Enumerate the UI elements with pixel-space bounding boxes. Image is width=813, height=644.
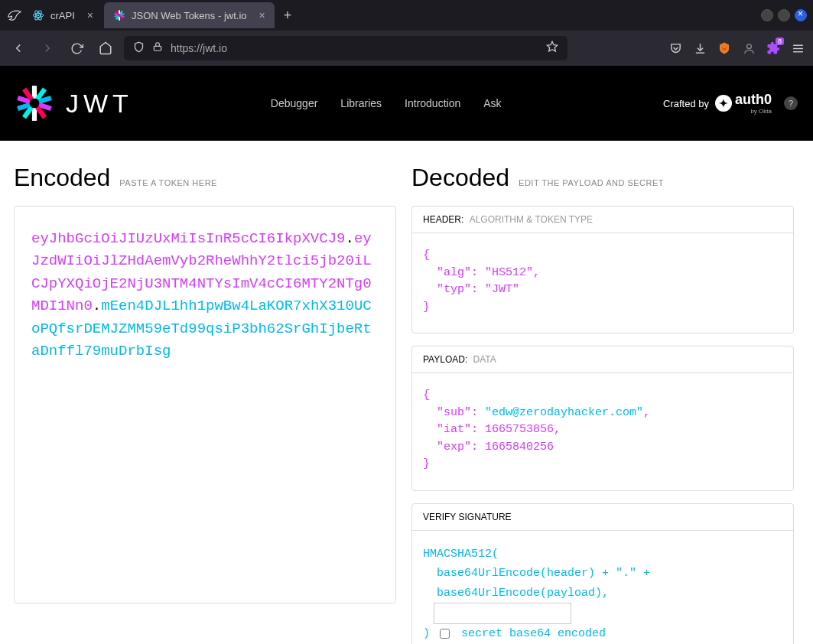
- lock-icon[interactable]: [152, 41, 163, 55]
- auth0-text: auth0: [735, 92, 772, 108]
- pocket-icon[interactable]: [668, 41, 683, 56]
- decoded-header-section: HEADER: ALGORITHM & TOKEN TYPE { "alg": …: [411, 206, 794, 333]
- svg-rect-16: [32, 108, 37, 121]
- url-bar[interactable]: https://jwt.io: [124, 36, 567, 60]
- url-text: https://jwt.io: [171, 42, 538, 54]
- secret-input[interactable]: [434, 603, 571, 624]
- jwt-logo[interactable]: JWT: [15, 84, 133, 122]
- decoded-payload-body[interactable]: { "sub": "edw@zerodayhacker.com", "iat":…: [412, 373, 793, 490]
- sig-close: ): [423, 627, 430, 640]
- decoded-hint: EDIT THE PAYLOAD AND SECRET: [519, 178, 664, 187]
- sig-line1: HMACSHA512(: [423, 545, 782, 564]
- minimize-button[interactable]: [761, 9, 773, 21]
- nav-libraries[interactable]: Libraries: [340, 97, 382, 109]
- extension-badge: 8: [776, 37, 784, 45]
- secret-base64-checkbox[interactable]: [440, 629, 450, 639]
- decoded-signature-section: VERIFY SIGNATURE HMACSHA512( base64UrlEn…: [411, 503, 794, 645]
- by-okta-text: by Okta: [735, 108, 772, 115]
- forward-button[interactable]: [37, 37, 58, 59]
- decoded-header-label: HEADER: ALGORITHM & TOKEN TYPE: [412, 207, 793, 233]
- bookmark-star-icon[interactable]: [546, 41, 558, 56]
- svg-point-3: [37, 15, 39, 16]
- back-button[interactable]: [8, 37, 29, 59]
- tab-jwt[interactable]: JSON Web Tokens - jwt.io ×: [104, 2, 275, 28]
- main-content: Encoded PASTE A TOKEN HERE eyJhbGciOiJIU…: [0, 141, 813, 644]
- auth0-icon: ✦: [715, 95, 732, 112]
- close-icon[interactable]: ×: [259, 9, 265, 21]
- token-header-part: eyJhbGciOiJIUzUxMiIsInR5cCI6IkpXVCJ9: [31, 230, 345, 247]
- encoded-hint: PASTE A TOKEN HERE: [119, 178, 217, 187]
- decoded-column: Decoded EDIT THE PAYLOAD AND SECRET HEAD…: [411, 164, 794, 644]
- jwt-nav: Debugger Libraries Introduction Ask: [271, 97, 502, 109]
- close-icon[interactable]: ×: [87, 9, 93, 21]
- window-controls: [761, 9, 807, 21]
- svg-marker-10: [547, 41, 557, 51]
- sig-line2: base64UrlEncode(header) + "." +: [423, 564, 782, 584]
- decoded-title: Decoded EDIT THE PAYLOAD AND SECRET: [411, 164, 794, 192]
- foxyproxy-icon[interactable]: [717, 41, 732, 56]
- os-menu-icon[interactable]: [6, 7, 23, 24]
- hamburger-menu-icon[interactable]: [790, 41, 805, 56]
- decoded-title-text: Decoded: [411, 164, 509, 192]
- decoded-signature-label: VERIFY SIGNATURE: [412, 504, 793, 531]
- tab-label: JSON Web Tokens - jwt.io: [132, 10, 247, 21]
- browser-toolbar: https://jwt.io 8: [0, 31, 813, 66]
- jwt-logo-text: JWT: [66, 89, 133, 119]
- encoded-title: Encoded PASTE A TOKEN HERE: [14, 164, 396, 192]
- new-tab-button[interactable]: +: [276, 8, 300, 24]
- browser-titlebar: crAPI × JSON Web Tokens - jwt.io × +: [0, 0, 813, 31]
- crafted-by-label: Crafted by: [663, 98, 709, 109]
- window-close-button[interactable]: [795, 9, 807, 21]
- auth0-logo[interactable]: ✦ auth0 by Okta: [715, 92, 772, 115]
- svg-point-11: [746, 44, 751, 48]
- toolbar-right: 8: [668, 41, 805, 56]
- extension-icon[interactable]: 8: [766, 41, 781, 56]
- encoded-column: Encoded PASTE A TOKEN HERE eyJhbGciOiJIU…: [14, 164, 396, 644]
- shield-icon[interactable]: [133, 41, 145, 56]
- svg-rect-15: [32, 86, 37, 99]
- page-content: JWT Debugger Libraries Introduction Ask …: [0, 66, 813, 644]
- svg-rect-9: [154, 46, 161, 50]
- home-button[interactable]: [95, 37, 116, 59]
- downloads-icon[interactable]: [692, 41, 707, 56]
- decoded-payload-label: PAYLOAD: DATA: [412, 346, 793, 373]
- secret-base64-label: secret base64 encoded: [461, 627, 606, 640]
- tab-crapi[interactable]: crAPI ×: [23, 2, 102, 28]
- tab-label: crAPI: [50, 10, 75, 21]
- jwt-favicon: [113, 9, 125, 21]
- nav-introduction[interactable]: Introduction: [405, 97, 460, 109]
- nav-debugger[interactable]: Debugger: [271, 97, 318, 109]
- help-icon[interactable]: ?: [784, 96, 798, 110]
- encoded-title-text: Encoded: [14, 164, 110, 192]
- crafted-by: Crafted by ✦ auth0 by Okta ?: [663, 92, 798, 115]
- react-icon: [32, 9, 44, 21]
- nav-ask[interactable]: Ask: [483, 97, 501, 109]
- decoded-payload-section: PAYLOAD: DATA { "sub": "edw@zerodayhacke…: [411, 346, 794, 491]
- reload-button[interactable]: [66, 37, 87, 59]
- encoded-token-box[interactable]: eyJhbGciOiJIUzUxMiIsInR5cCI6IkpXVCJ9.eyJ…: [14, 206, 396, 603]
- decoded-signature-body: HMACSHA512( base64UrlEncode(header) + ".…: [412, 531, 793, 645]
- wappalyzer-icon[interactable]: [741, 41, 756, 56]
- maximize-button[interactable]: [778, 9, 790, 21]
- jwt-site-header: JWT Debugger Libraries Introduction Ask …: [0, 66, 813, 141]
- decoded-header-body[interactable]: { "alg": "HS512", "typ": "JWT" }: [412, 233, 793, 333]
- sig-line3: base64UrlEncode(payload),: [423, 584, 782, 603]
- jwt-logo-icon: [15, 84, 54, 122]
